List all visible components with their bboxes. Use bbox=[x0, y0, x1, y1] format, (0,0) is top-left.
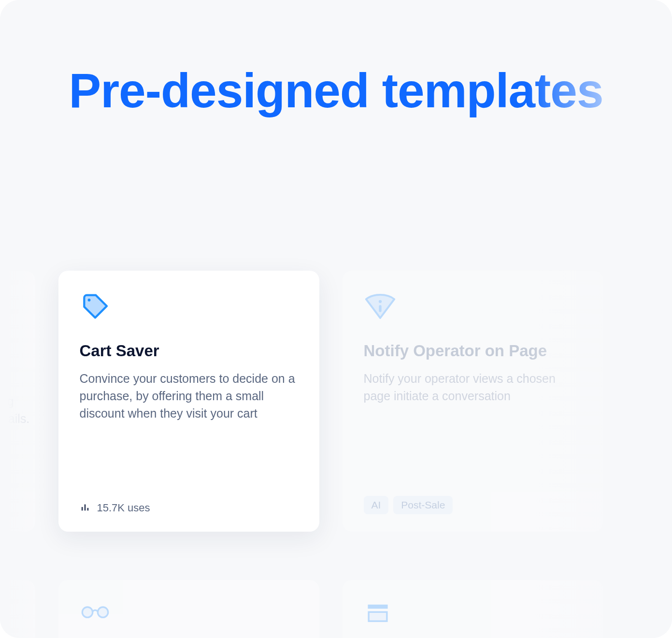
template-card-description: Notify your operator views a chosen page… bbox=[364, 370, 582, 405]
svg-point-7 bbox=[98, 607, 108, 617]
section-heading: Pre-designed templates bbox=[0, 63, 672, 118]
tag-post-sale[interactable]: Post-Sale bbox=[393, 496, 453, 514]
svg-rect-9 bbox=[369, 612, 387, 621]
template-card-title: Cart Saver bbox=[80, 340, 298, 362]
svg-point-4 bbox=[378, 300, 381, 303]
storefront-icon bbox=[364, 601, 392, 626]
svg-rect-5 bbox=[379, 305, 381, 312]
template-tags: AI Post-Sale bbox=[364, 496, 453, 514]
bar-chart-icon bbox=[80, 502, 90, 514]
template-cards-row-next bbox=[0, 580, 672, 638]
svg-rect-1 bbox=[81, 507, 83, 510]
svg-rect-3 bbox=[87, 508, 88, 511]
wifi-info-icon bbox=[364, 292, 582, 323]
templates-section: Pre-designed templates about product orm… bbox=[0, 0, 672, 638]
template-card-cart-saver[interactable]: Cart Saver Convince your customers to de… bbox=[58, 271, 319, 532]
template-card-description: Convince your customers to decide on a p… bbox=[80, 370, 298, 422]
template-cards-row: about product orming visitors' questions… bbox=[0, 271, 672, 532]
template-card-placeholder[interactable] bbox=[0, 580, 35, 638]
glasses-icon bbox=[80, 601, 111, 623]
template-card-previous[interactable]: about product orming visitors' questions… bbox=[0, 271, 35, 532]
template-card-footer: AI Post-Sale bbox=[364, 496, 582, 514]
template-card-notify-operator[interactable]: Notify Operator on Page Notify your oper… bbox=[343, 271, 603, 532]
template-uses-count: 15.7K uses bbox=[97, 502, 150, 514]
template-card-title: Notify Operator on Page bbox=[364, 340, 582, 362]
template-card-footer: 15.7K uses bbox=[80, 502, 298, 514]
template-card-description: about product orming visitors' questions… bbox=[0, 392, 35, 428]
svg-point-6 bbox=[82, 607, 92, 617]
template-card-placeholder[interactable] bbox=[58, 580, 319, 638]
svg-rect-2 bbox=[84, 505, 86, 511]
template-card-placeholder[interactable] bbox=[343, 580, 603, 638]
tag-ai[interactable]: AI bbox=[364, 496, 389, 514]
tag-icon bbox=[80, 292, 298, 323]
svg-point-0 bbox=[87, 299, 90, 302]
svg-rect-8 bbox=[368, 605, 387, 609]
